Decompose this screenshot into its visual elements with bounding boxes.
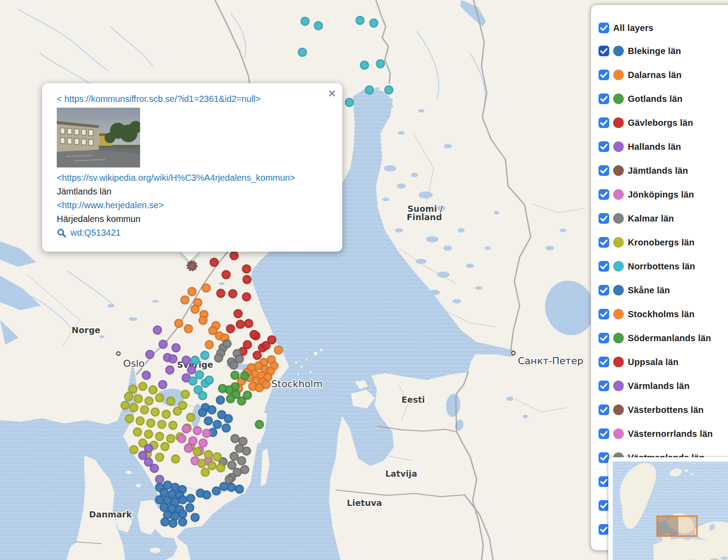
municipality-dot-dalarnas[interactable] [188,288,196,296]
layer-checkbox-blekinge-l-n[interactable] [599,46,609,56]
municipality-dot-varmlands[interactable] [172,344,180,352]
municipality-dot-ostergotlands[interactable] [208,406,216,414]
municipality-dot-vastra-gotalands[interactable] [145,430,153,438]
municipality-dot-jonkopings[interactable] [189,437,197,445]
municipality-dot-jonkopings[interactable] [199,439,207,447]
municipality-dot-skane[interactable] [203,491,211,499]
municipality-dot-vastra-gotalands[interactable] [158,420,166,428]
municipality-dot-gavleborgs[interactable] [243,293,250,301]
municipality-dot-skane[interactable] [186,504,194,512]
municipality-dot-orebro[interactable] [189,377,197,385]
municipality-dot-gavleborgs[interactable] [230,252,238,260]
municipality-dot-blekinge[interactable] [212,487,220,495]
municipality-dot-skane[interactable] [179,496,187,504]
municipality-dot-varmlands[interactable] [166,366,174,374]
municipality-dot-jamtlands[interactable] [188,262,196,270]
municipality-dot-kronobergs[interactable] [217,464,225,472]
municipality-dot-norrbottens[interactable] [385,86,393,94]
municipality-dot-vastra-gotalands[interactable] [130,404,138,412]
municipality-dot-vastra-gotalands[interactable] [156,453,164,461]
municipality-dot-kronobergs[interactable] [201,468,209,476]
municipality-dot-vastra-gotalands[interactable] [162,410,170,418]
municipality-dot-gotlands[interactable] [255,420,263,428]
municipality-dot-norrbottens[interactable] [298,48,306,56]
scb-link[interactable]: < https://kommunsiffror.scb.se/?id1=2361… [57,94,261,104]
municipality-dot-skane[interactable] [179,518,187,526]
municipality-dot-vastra-gotalands[interactable] [133,428,141,436]
municipality-dot-skane[interactable] [164,481,172,489]
municipality-dot-vastra-gotalands[interactable] [169,421,177,429]
municipality-dot-skane[interactable] [191,513,199,521]
municipality-dot-kalmar[interactable] [225,475,233,483]
municipality-dot-varmlands[interactable] [142,371,150,379]
municipality-dot-vastra-gotalands[interactable] [172,455,180,463]
municipality-dot-dalarnas[interactable] [184,325,192,333]
layer-checkbox-hallands-l-n[interactable] [599,141,609,152]
municipality-dot-varmlands[interactable] [159,381,167,389]
layer-checkbox-j-nk-pings-l-n[interactable] [599,189,609,200]
municipality-dot-sodermanlands[interactable] [227,395,235,403]
municipality-dot-uppsala[interactable] [250,331,258,338]
municipality-website-link[interactable]: <http://www.herjedalen.se> [57,200,164,210]
municipality-dot-dalarnas[interactable] [191,305,199,313]
layer-checkbox-v-stmanlands-l-n[interactable] [599,452,609,463]
layer-checkbox-hidden-19[interactable] [599,500,609,511]
municipality-dot-varmlands[interactable] [188,366,196,374]
municipality-dot-vastra-gotalands[interactable] [181,390,189,398]
municipality-dot-kalmar[interactable] [230,452,238,460]
layer-checkbox-hidden-20[interactable] [599,524,609,535]
municipality-dot-blekinge[interactable] [227,483,235,491]
municipality-dot-vastra-gotalands[interactable] [167,435,175,443]
municipality-dot-blekinge[interactable] [235,485,243,493]
municipality-dot-norrbottens[interactable] [314,22,322,30]
layer-checkbox-dalarnas-l-n[interactable] [599,70,609,80]
municipality-dot-norrbottens[interactable] [345,98,353,106]
municipality-dot-vastra-gotalands[interactable] [125,393,133,401]
municipality-dot-varmlands[interactable] [159,340,167,348]
municipality-dot-vastra-gotalands[interactable] [179,401,187,409]
layer-checkbox-kronobergs-l-n[interactable] [599,237,609,248]
municipality-dot-dalarnas[interactable] [181,296,189,304]
municipality-dot-vastmanlands[interactable] [215,354,223,362]
municipality-dot-orebro[interactable] [205,376,213,384]
municipality-dot-stockholms[interactable] [262,381,270,389]
overview-minimap[interactable] [608,457,728,560]
municipality-dot-kronobergs[interactable] [193,448,201,456]
close-icon[interactable]: ✕ [326,88,338,100]
municipality-dot-kalmar[interactable] [243,447,250,455]
municipality-dot-ostergotlands[interactable] [224,415,232,423]
municipality-dot-vastra-gotalands[interactable] [167,397,175,405]
layer-checkbox-s-dermanlands-l-n[interactable] [599,333,609,343]
municipality-dot-jonkopings[interactable] [182,425,190,433]
municipality-dot-vastmanlands[interactable] [235,355,243,363]
municipality-dot-gavleborgs[interactable] [234,310,242,318]
municipality-dot-vastra-gotalands[interactable] [139,382,147,390]
municipality-dot-vastra-gotalands[interactable] [145,397,153,405]
layer-checkbox-kalmar-l-n[interactable] [599,213,609,224]
municipality-dot-norrbottens[interactable] [301,17,309,25]
municipality-dot-kalmar[interactable] [231,435,239,443]
municipality-dot-orebro[interactable] [191,356,199,364]
municipality-dot-gavleborgs[interactable] [245,319,253,327]
layer-checkbox-sk-ne-l-n[interactable] [599,285,609,296]
municipality-dot-vastra-gotalands[interactable] [161,443,169,451]
layer-checkbox-hidden-18[interactable] [599,476,609,487]
municipality-dot-kronobergs[interactable] [198,459,206,467]
municipality-dot-kronobergs[interactable] [208,462,216,470]
municipality-dot-dalarnas[interactable] [199,316,207,324]
municipality-dot-sodermanlands[interactable] [231,371,239,379]
municipality-dot-norrbottens[interactable] [360,61,368,69]
municipality-dot-norrbottens[interactable] [376,60,384,68]
municipality-dot-kalmar[interactable] [238,457,246,465]
layer-checkbox-g-vleborgs-l-n[interactable] [599,117,609,128]
municipality-dot-uppsala[interactable] [243,341,251,349]
municipality-dot-kronobergs[interactable] [213,453,221,461]
municipality-dot-hallands[interactable] [156,475,164,483]
municipality-dot-gavleborgs[interactable] [222,271,230,279]
municipality-dot-norrbottens[interactable] [365,86,373,94]
municipality-dot-vastra-gotalands[interactable] [149,386,157,394]
municipality-dot-norrbottens[interactable] [356,16,364,24]
municipality-dot-sodermanlands[interactable] [241,372,249,380]
municipality-dot-varmlands[interactable] [153,326,161,334]
municipality-dot-sodermanlands[interactable] [219,385,227,393]
